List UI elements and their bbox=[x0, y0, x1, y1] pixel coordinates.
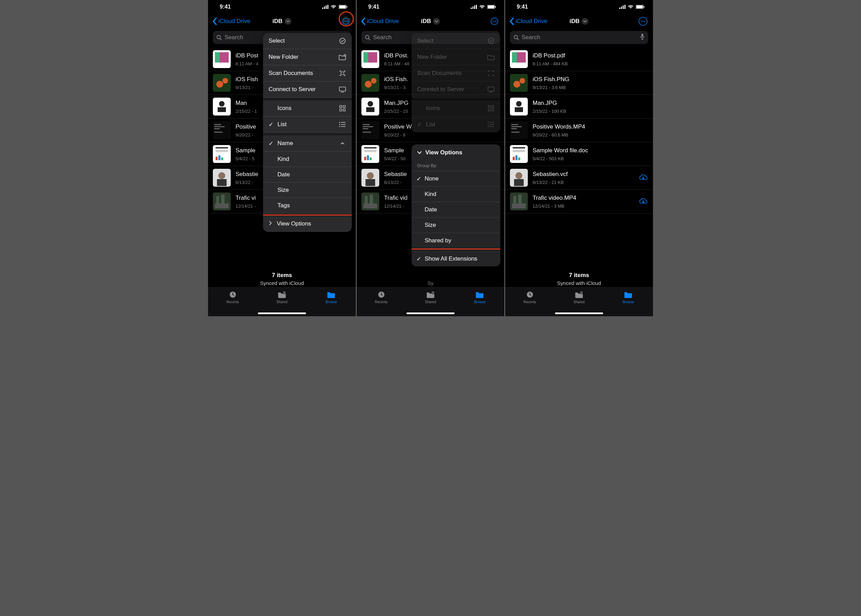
file-row[interactable]: Sample Word file.doc5/4/22 - 503 KB bbox=[505, 142, 653, 166]
svg-point-102 bbox=[433, 292, 434, 293]
chevron-down-icon bbox=[582, 18, 589, 25]
chevron-left-icon bbox=[212, 17, 217, 25]
back-button[interactable]: iCloud Drive bbox=[212, 17, 250, 25]
battery-icon bbox=[487, 5, 496, 9]
svg-rect-30 bbox=[216, 151, 228, 152]
tab-shared[interactable]: Shared bbox=[406, 291, 455, 304]
menu-sort-tags[interactable]: Tags bbox=[263, 198, 352, 214]
file-meta: 5/4/22 - 5 bbox=[236, 156, 264, 161]
chevron-right-icon bbox=[269, 220, 273, 227]
menu-sort-name[interactable]: ✓Name bbox=[263, 135, 352, 152]
svg-rect-91 bbox=[367, 156, 369, 160]
svg-rect-80 bbox=[366, 107, 375, 112]
folder-title: iDB bbox=[570, 18, 579, 25]
svg-rect-82 bbox=[363, 124, 370, 125]
svg-point-69 bbox=[496, 21, 496, 22]
tab-browse[interactable]: Browse bbox=[307, 291, 356, 304]
tab-bar: Recents Shared Browse bbox=[357, 288, 504, 316]
icloud-download-icon[interactable] bbox=[639, 198, 648, 205]
svg-rect-51 bbox=[340, 109, 342, 111]
group-by-shared-by[interactable]: Shared by bbox=[412, 233, 500, 248]
svg-rect-15 bbox=[215, 52, 220, 63]
folder-icon bbox=[475, 291, 485, 299]
menu-connect-server[interactable]: Connect to Server bbox=[263, 82, 352, 97]
tab-recents[interactable]: Recents bbox=[208, 291, 257, 304]
menu-view-options[interactable]: View Options bbox=[263, 216, 352, 232]
more-button[interactable] bbox=[489, 16, 500, 27]
svg-rect-145 bbox=[513, 147, 525, 149]
svg-point-18 bbox=[222, 78, 228, 83]
show-all-extensions[interactable]: ✓ Show All Extensions bbox=[412, 251, 500, 266]
tab-shared[interactable]: Shared bbox=[257, 291, 306, 304]
group-by-none[interactable]: ✓ None bbox=[412, 171, 500, 186]
file-row[interactable]: Man.JPG2/15/22 - 100 KB bbox=[505, 95, 653, 119]
file-row[interactable]: Positive Words.MP49/20/22 - 60.6 MB bbox=[505, 119, 653, 142]
more-button[interactable] bbox=[638, 16, 648, 27]
status-bar: 9:41 bbox=[505, 0, 653, 14]
context-menu: Select New Folder Scan Documents Connect… bbox=[263, 33, 352, 232]
menu-sort-kind[interactable]: Kind bbox=[263, 152, 352, 167]
phone-screenshot-2: 9:41 iCloud Drive iDB Search bbox=[357, 0, 504, 316]
home-indicator bbox=[258, 313, 306, 314]
file-thumbnail bbox=[510, 145, 528, 163]
svg-rect-97 bbox=[364, 203, 377, 208]
folder-title-button[interactable]: iDB bbox=[570, 18, 588, 25]
group-by-date[interactable]: Date bbox=[412, 202, 500, 217]
shared-folder-icon bbox=[426, 291, 435, 299]
file-name: Man.JPG bbox=[533, 100, 557, 107]
display-icon bbox=[339, 86, 346, 93]
icloud-download-icon[interactable] bbox=[639, 174, 648, 181]
back-button[interactable]: iCloud Drive bbox=[361, 17, 399, 25]
svg-point-160 bbox=[581, 292, 582, 293]
more-button[interactable] bbox=[341, 16, 351, 27]
phone-screenshot-1: 9:41 iCloud Drive iDB bbox=[208, 0, 356, 316]
svg-rect-36 bbox=[217, 179, 227, 186]
tab-recents[interactable]: Recents bbox=[505, 291, 554, 304]
menu-icons-view[interactable]: Icons bbox=[263, 101, 352, 116]
search-input[interactable]: Search bbox=[510, 31, 648, 44]
file-thumbnail bbox=[361, 193, 379, 211]
folder-title-button[interactable]: iDB bbox=[272, 18, 291, 25]
file-name: Sample bbox=[384, 147, 404, 154]
menu-new-folder[interactable]: New Folder bbox=[263, 49, 352, 65]
svg-rect-3 bbox=[327, 5, 328, 9]
file-row[interactable]: iDB Post.pdf8:11 AM - 484 KB bbox=[505, 47, 653, 71]
back-label: iCloud Drive bbox=[218, 18, 250, 25]
tab-recents[interactable]: Recents bbox=[357, 291, 406, 304]
svg-rect-52 bbox=[343, 109, 345, 111]
file-row[interactable]: Trafic video.MP412/14/21 - 3 MB bbox=[505, 190, 653, 214]
menu-select[interactable]: Select bbox=[263, 33, 352, 49]
file-name: Trafic vi bbox=[236, 195, 256, 201]
chevron-left-icon bbox=[361, 17, 365, 25]
menu-sort-date[interactable]: Date bbox=[263, 167, 352, 182]
file-meta: 9/20/22 - bbox=[236, 132, 264, 137]
file-meta: 8:11 AM - 484 KB bbox=[533, 61, 648, 66]
file-name: Man.JPG bbox=[384, 100, 409, 107]
status-bar: 9:41 bbox=[208, 0, 356, 14]
folder-title: iDB bbox=[421, 18, 431, 25]
tab-shared[interactable]: Shared bbox=[554, 291, 603, 304]
svg-rect-140 bbox=[511, 124, 518, 125]
back-button[interactable]: iCloud Drive bbox=[509, 17, 548, 25]
tab-browse[interactable]: Browse bbox=[604, 291, 653, 304]
svg-rect-153 bbox=[514, 179, 524, 186]
group-by-size[interactable]: Size bbox=[412, 217, 500, 233]
view-options-header[interactable]: View Options bbox=[412, 145, 500, 161]
menu-list-view[interactable]: ✓List bbox=[263, 116, 352, 133]
menu-sort-size[interactable]: Size bbox=[263, 182, 352, 198]
wifi-icon bbox=[479, 5, 485, 9]
svg-rect-142 bbox=[511, 128, 517, 129]
mic-icon[interactable] bbox=[640, 33, 645, 42]
svg-rect-39 bbox=[216, 196, 219, 203]
menu-scan-documents[interactable]: Scan Documents bbox=[263, 65, 352, 82]
tab-browse[interactable]: Browse bbox=[455, 291, 504, 304]
list-icon bbox=[339, 121, 346, 128]
svg-rect-33 bbox=[221, 157, 223, 160]
file-row[interactable]: Sebastien.vcf6/13/22 - 21 KB bbox=[505, 166, 653, 190]
home-indicator bbox=[555, 313, 603, 314]
folder-title-button[interactable]: iDB bbox=[421, 18, 440, 25]
file-row[interactable]: iOS Fish.PNG9/13/21 - 3.6 MB bbox=[505, 71, 653, 95]
ellipsis-icon bbox=[491, 17, 498, 25]
file-name: Trafic video.MP4 bbox=[533, 195, 576, 201]
group-by-kind[interactable]: Kind bbox=[412, 186, 500, 202]
